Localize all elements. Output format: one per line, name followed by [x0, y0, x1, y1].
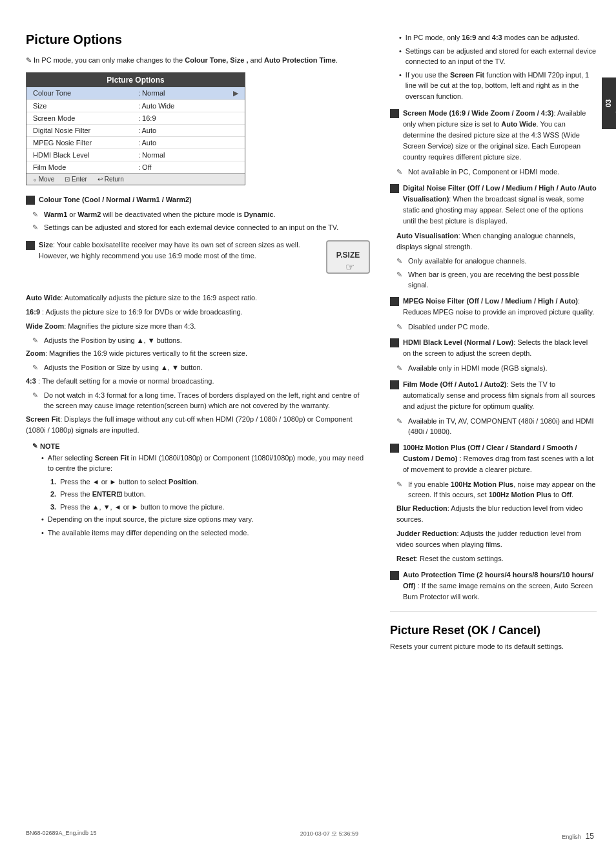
colour-tone-sub2: ✎ Settings can be adjusted and stored fo…: [32, 222, 371, 233]
colour-tone-sub2-text: Settings can be adjusted and stored for …: [44, 222, 371, 233]
colour-tone-sub1: ✎ Warm1 or Warm2 will be deactivated whe…: [32, 209, 371, 220]
hbl-section: HDMI Black Level (Normal / Low): Selects…: [390, 337, 597, 359]
svg-text:P.SIZE: P.SIZE: [336, 251, 360, 260]
zoom-note-text: Adjusts the Position or Size by using ▲,…: [44, 362, 371, 373]
film-mode-text: Film Mode (Off / Auto1 / Auto2): Sets th…: [403, 379, 597, 412]
4-3-note-text: Do not watch in 4:3 format for a long ti…: [44, 390, 371, 411]
judder-reduction-para: Judder Reduction: Adjusts the judder red…: [396, 528, 597, 550]
100hz-text: 100Hz Motion Plus (Off / Clear / Standar…: [403, 442, 597, 475]
option-arrow: [227, 149, 245, 161]
colour-tone-text: Colour Tone (Cool / Normal / Warm1 / War…: [39, 194, 371, 205]
psize-image: P.SIZE ☞: [325, 240, 371, 285]
note-title: NOTE: [40, 442, 60, 450]
size-bullet: P.SIZE ☞ Size: Your cable box/satellite …: [26, 240, 371, 289]
option-arrow: [227, 124, 245, 136]
sq-icon-dnf: [390, 184, 399, 193]
sq-icon-film: [390, 380, 399, 389]
pencil-film: ✎: [396, 416, 408, 427]
pencil-note-icon: ✎: [32, 442, 37, 449]
mnf-note: ✎ Disabled under PC mode.: [396, 322, 597, 333]
step-text-1: Press the ◄ or ► button to select Positi…: [60, 477, 198, 488]
screen-fit-para: Screen Fit: Displays the full image with…: [26, 414, 371, 436]
screen-mode-note-text: Not available in PC, Component or HDMI m…: [408, 167, 597, 178]
mnf-text: MPEG Noise Filter (Off / Low / Medium / …: [403, 296, 597, 318]
auto-wide-para: Auto Wide: Automatically adjusts the pic…: [26, 293, 371, 303]
4-3-note: ✎ Do not watch in 4:3 format for a long …: [32, 390, 371, 411]
4-3-para: 4:3 : The default setting for a movie or…: [26, 376, 371, 387]
dnf-note-2-text: When bar is green, you are receiving the…: [408, 269, 597, 291]
pencil-dnf2: ✎: [396, 269, 408, 280]
option-value: : Auto: [132, 124, 227, 136]
table-row: MPEG Nosie Filter : Auto: [26, 136, 245, 149]
left-column: Picture Options ✎ In PC mode, you can on…: [26, 32, 377, 655]
footer-enter: ⊡ Enter: [65, 176, 87, 183]
note-bullet-2-text: Depending on the input source, the pictu…: [48, 514, 253, 525]
picture-reset-text: Resets your current picture mode to its …: [390, 641, 597, 652]
intro-text: ✎ In PC mode, you can only make changes …: [26, 55, 371, 66]
blur-reduction-para: Blur Reduction: Adjusts the blur reducti…: [396, 503, 597, 525]
page-container: 03 Basic Features Picture Options ✎ In P…: [0, 0, 616, 853]
film-mode-section: Film Mode (Off / Auto1 / Auto2): Sets th…: [390, 379, 597, 412]
wide-zoom-note: ✎ Adjusts the Position by using ▲, ▼ but…: [32, 335, 371, 346]
option-arrow: [227, 99, 245, 112]
film-mode-note: ✎ Available in TV, AV, COMPONENT (480i /…: [396, 416, 597, 437]
100hz-note-text: If you enable 100Hz Motion Plus, noise m…: [408, 479, 597, 500]
step-text-2: Press the ENTER⊡ button.: [60, 489, 146, 500]
hbl-note-text: Available only in HDMI mode (RGB signals…: [408, 363, 597, 374]
zoom-para: Zoom: Magnifies the 16:9 wide pictures v…: [26, 348, 371, 359]
hbl-text: HDMI Black Level (Normal / Low): Selects…: [403, 337, 597, 359]
footer-page-number: 15: [582, 830, 597, 841]
pencil-mnf: ✎: [396, 322, 408, 333]
table-row: HDMI Black Level : Normal: [26, 149, 245, 161]
screen-mode-note: ✎ Not available in PC, Component or HDMI…: [396, 167, 597, 178]
option-arrow: [227, 136, 245, 149]
section-divider: [390, 611, 597, 612]
dnf-note-1: ✎ Only available for analogue channels.: [396, 256, 597, 267]
footer-file: BN68-02689A_Eng.indb 15: [26, 830, 97, 841]
note-label: ✎ NOTE: [32, 442, 371, 450]
sq-icon-mnf: [390, 297, 399, 306]
right-column: In PC mode, only 16:9 and 4:3 modes can …: [390, 32, 597, 655]
options-footer: ⬦ Move ⊡ Enter ↩ Return: [26, 173, 245, 185]
footer-lang: English: [562, 834, 581, 840]
square-icon-size: [26, 241, 35, 250]
colour-tone-sub1-text: Warm1 or Warm2 will be deactivated when …: [44, 209, 371, 220]
option-name: Film Mode: [26, 161, 132, 173]
note-bullet-3-text: The available items may differ depending…: [48, 528, 249, 539]
size-text: P.SIZE ☞ Size: Your cable box/satellite …: [39, 240, 371, 289]
note-step-2: 2. Press the ENTER⊡ button.: [50, 489, 371, 500]
note-step-1: 1. Press the ◄ or ► button to select Pos…: [50, 477, 371, 488]
colour-tone-bullet: Colour Tone (Cool / Normal / Warm1 / War…: [26, 194, 371, 205]
pc-note-1-text: In PC mode, only 16:9 and 4:3 modes can …: [406, 32, 580, 43]
option-value: : Auto Wide: [132, 99, 227, 112]
wide-zoom-note-text: Adjusts the Position by using ▲, ▼ butto…: [44, 335, 371, 346]
pc-note-2-text: Settings can be adjusted and stored for …: [406, 46, 597, 67]
table-row: Colour Tone : Normal ▶: [26, 87, 245, 100]
100hz-note: ✎ If you enable 100Hz Motion Plus, noise…: [396, 479, 597, 500]
options-box: Picture Options Colour Tone : Normal ▶ S…: [26, 72, 245, 185]
footer-date: 2010-03-07 오 5:36:59: [300, 830, 358, 841]
footer-return: ↩ Return: [98, 176, 124, 183]
footer-move: ⬦ Move: [33, 176, 54, 183]
pencil-100hz: ✎: [396, 479, 408, 490]
pencil-icon: ✎: [26, 56, 34, 64]
dnf-text: Digital Noise Filter (Off / Low / Medium…: [403, 183, 597, 227]
step-num-2: 2.: [50, 489, 56, 500]
option-arrow: ▶: [227, 87, 245, 100]
option-name: Digital Nosie Filter: [26, 124, 132, 136]
pc-note-2: Settings can be adjusted and stored for …: [399, 46, 597, 67]
content-area: Picture Options ✎ In PC mode, you can on…: [0, 19, 616, 668]
option-value: : Auto: [132, 136, 227, 149]
mnf-note-text: Disabled under PC mode.: [408, 322, 597, 333]
note-bullet-2: Depending on the input source, the pictu…: [41, 514, 371, 525]
option-name: Size: [26, 99, 132, 112]
reset-para: Reset: Reset the custom settings.: [396, 553, 597, 564]
tab-number: 03: [604, 99, 612, 107]
page-title: Picture Options: [26, 32, 371, 47]
apt-text: Auto Protection Time (2 hours/4 hours/8 …: [403, 570, 597, 602]
option-name: HDMI Black Level: [26, 149, 132, 161]
option-value: : Normal: [132, 149, 227, 161]
footer-page-label: English 15: [562, 830, 597, 841]
option-arrow: [227, 161, 245, 173]
table-row: Film Mode : Off: [26, 161, 245, 173]
